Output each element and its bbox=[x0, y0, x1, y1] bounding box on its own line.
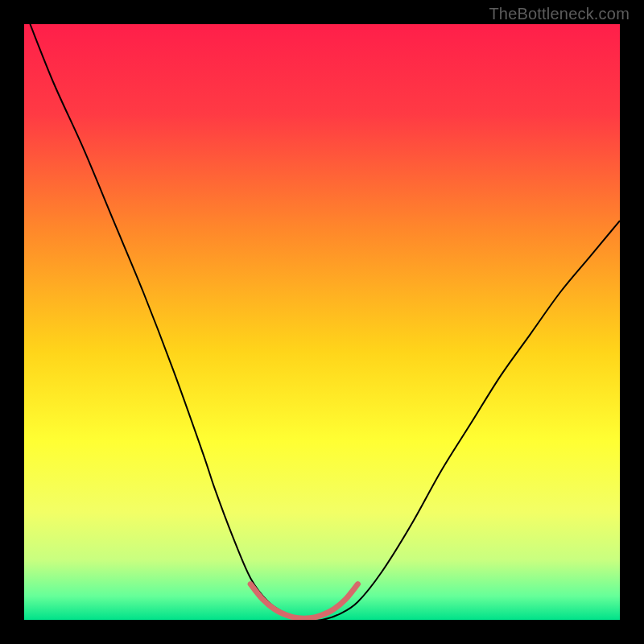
bottleneck-curve bbox=[30, 24, 620, 620]
chart-frame: TheBottleneck.com bbox=[0, 0, 644, 644]
plot-area bbox=[24, 24, 620, 620]
curve-layer bbox=[24, 24, 620, 620]
watermark-text: TheBottleneck.com bbox=[489, 5, 630, 23]
